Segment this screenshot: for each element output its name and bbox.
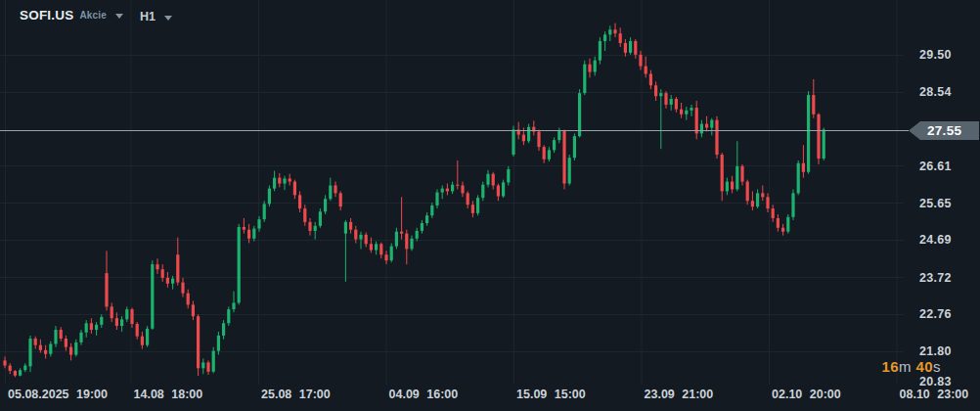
candle-body [400,232,403,234]
candle-body [60,330,63,339]
candle-body [619,33,622,43]
candle-body [705,124,708,128]
candle-body [247,230,250,239]
candle-body [308,222,311,231]
candle-body [115,318,118,326]
candle-body [777,218,780,228]
candle-body [151,264,154,329]
candle-body [421,223,423,231]
candle-body [206,362,209,371]
candle-body [283,178,286,183]
symbol-selector[interactable]: SOFI.US Akcie [20,8,123,23]
x-axis-tick-label: 23.09 21:00 [645,388,714,401]
candle-body [192,304,195,316]
candle-body [522,135,525,142]
candle-body [212,351,215,372]
candle-body [507,169,510,182]
candle-body [451,185,454,192]
candle-body [227,309,230,323]
candle-body [303,208,306,222]
candle-body [613,29,616,33]
price-axis[interactable]: 29.5028.5426.6125.6524.6923.7222.7621.80… [919,48,952,388]
last-price-tag-label: 27.55 [927,123,961,138]
candle-body [435,193,438,206]
candle-body [410,239,413,250]
candle-body [243,227,245,230]
candle-body [481,185,484,198]
candle-body [370,244,373,250]
candle-body [802,163,805,172]
x-axis-tick-label: 04.09 16:00 [389,388,459,401]
candle-body [273,178,276,189]
candle-body [476,198,479,213]
candle-body [23,366,26,371]
candle-body [548,150,551,159]
candle-body [608,29,611,34]
candle-body [654,85,657,96]
candle-body [624,43,627,53]
candle-body [553,140,556,150]
candle-body [690,108,692,111]
candle-body [95,325,98,330]
candle-body [384,254,387,260]
candle-body [497,186,500,197]
instrument-type-label: Akcie [79,10,107,21]
candle-body [146,329,149,345]
candle-body [298,195,301,208]
candle-body [293,182,296,196]
candle-body [176,254,179,282]
candle-body [761,193,764,197]
candle-body [181,283,184,294]
y-axis-tick-label: 24.69 [919,233,952,247]
candle-body [339,193,342,206]
candlestick-chart-area[interactable]: 05.08.2025 19:0014.08 18:0025.08 17:0004… [0,0,980,411]
candle-body [461,186,464,194]
countdown-minutes: 16 [882,358,900,375]
candle-body [395,232,398,247]
candle-body [136,324,139,337]
candle-body [634,41,637,55]
candle-body [731,182,734,190]
timeframe-label: H1 [140,10,156,23]
countdown-minutes-unit: m [899,358,912,375]
candle-body [289,178,291,181]
x-axis-tick-label: 05.08.2025 19:00 [8,388,108,401]
candle-body [456,185,459,186]
candle-body [222,323,225,336]
x-axis-tick-label: 08.10 23:00 [900,388,969,401]
candle-body [817,114,820,159]
timeframe-selector[interactable]: H1 [140,10,172,23]
candle-body [349,222,352,230]
x-axis-tick-label: 02.10 20:00 [772,388,841,401]
candle-body [573,136,576,158]
time-axis[interactable]: 05.08.2025 19:0014.08 18:0025.08 17:0004… [8,388,968,401]
candle-body [187,294,190,305]
countdown-seconds: 40 [916,358,934,375]
candle-body [578,93,581,136]
candle-body [120,319,123,326]
candle-body [527,127,530,142]
candle-body [740,166,743,182]
candle-body [670,99,673,105]
candle-body [319,211,322,226]
candle-body [680,110,683,114]
candle-body [334,186,336,194]
candle-body [201,362,204,368]
candle-body [90,323,93,330]
candle-body [726,182,729,192]
candle-body [111,306,113,318]
y-axis-tick-label: 23.72 [919,271,952,285]
candle-body [28,339,31,366]
candle-body [639,55,642,67]
candle-body [823,130,825,159]
candle-body [14,371,17,376]
candle-body [85,323,88,332]
candle-body [34,339,37,345]
y-axis-tick-label: 28.54 [919,85,952,99]
candle-body [197,316,200,368]
candle-body [130,309,133,324]
candle-body [314,226,317,231]
candle-body [537,131,540,147]
chart-header: SOFI.US Akcie H1 [0,0,980,29]
candle-body [74,342,77,355]
